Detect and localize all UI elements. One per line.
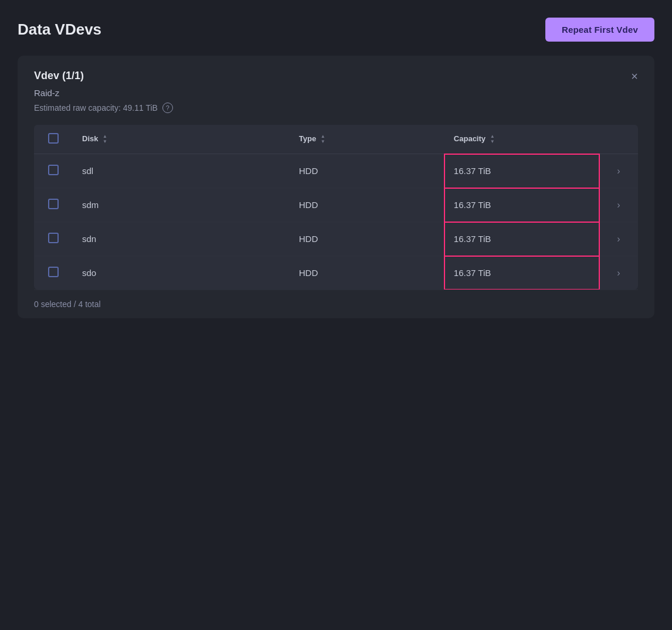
row-action-cell[interactable]: › — [599, 188, 638, 222]
row-checkbox-1[interactable] — [48, 165, 59, 175]
table-row: sdn HDD 16.37 TiB › — [34, 222, 638, 256]
help-icon[interactable]: ? — [162, 103, 173, 113]
disk-name-cell: sdn — [73, 222, 290, 256]
disk-sort-icon[interactable]: ▲▼ — [103, 134, 107, 144]
disk-capacity-cell: 16.37 TiB — [444, 256, 599, 290]
row-action-cell[interactable]: › — [599, 154, 638, 188]
row-checkbox-cell — [34, 222, 73, 256]
capacity-text: Estimated raw capacity: 49.11 TiB — [34, 103, 158, 113]
row-checkbox-cell — [34, 188, 73, 222]
select-all-checkbox[interactable] — [48, 133, 59, 144]
disk-capacity-cell: 16.37 TiB — [444, 188, 599, 222]
row-checkbox-cell — [34, 154, 73, 188]
page-title: Data VDevs — [18, 21, 101, 39]
disk-capacity-cell: 16.37 TiB — [444, 154, 599, 188]
disk-type-cell: HDD — [290, 188, 444, 222]
disk-type-cell: HDD — [290, 256, 444, 290]
disk-capacity-cell: 16.37 TiB — [444, 222, 599, 256]
capacity-column-header[interactable]: Capacity ▲▼ — [444, 125, 599, 154]
capacity-info: Estimated raw capacity: 49.11 TiB ? — [34, 103, 638, 113]
disk-type-cell: HDD — [290, 154, 444, 188]
row-checkbox-3[interactable] — [48, 233, 59, 243]
row-checkbox-4[interactable] — [48, 267, 59, 277]
vdev-card-header: Vdev (1/1) × — [34, 70, 638, 82]
row-action-cell[interactable]: › — [599, 222, 638, 256]
capacity-sort-icon[interactable]: ▲▼ — [490, 134, 495, 144]
page-header: Data VDevs Repeat First Vdev — [18, 18, 654, 42]
select-all-header[interactable] — [34, 125, 73, 154]
close-icon[interactable]: × — [631, 70, 638, 82]
disk-table: Disk ▲▼ Type ▲▼ Capacity — [34, 125, 638, 290]
row-action-cell[interactable]: › — [599, 256, 638, 290]
type-column-header[interactable]: Type ▲▼ — [290, 125, 444, 154]
disk-name-cell: sdo — [73, 256, 290, 290]
table-header-row: Disk ▲▼ Type ▲▼ Capacity — [34, 125, 638, 154]
disk-name-cell: sdl — [73, 154, 290, 188]
raid-type-label: Raid-z — [34, 88, 638, 98]
row-checkbox-2[interactable] — [48, 199, 59, 209]
disk-table-body: sdl HDD 16.37 TiB › sdm HDD 16.37 TiB › … — [34, 154, 638, 290]
table-row: sdl HDD 16.37 TiB › — [34, 154, 638, 188]
disk-table-wrapper: Disk ▲▼ Type ▲▼ Capacity — [34, 125, 638, 290]
disk-column-header[interactable]: Disk ▲▼ — [73, 125, 290, 154]
disk-type-cell: HDD — [290, 222, 444, 256]
action-column-header — [599, 125, 638, 154]
repeat-first-vdev-button[interactable]: Repeat First Vdev — [545, 18, 654, 42]
row-checkbox-cell — [34, 256, 73, 290]
table-row: sdo HDD 16.37 TiB › — [34, 256, 638, 290]
vdev-footer: 0 selected / 4 total — [34, 290, 638, 318]
vdev-card: Vdev (1/1) × Raid-z Estimated raw capaci… — [18, 56, 654, 318]
selection-count: 0 selected / 4 total — [34, 299, 101, 309]
disk-name-cell: sdm — [73, 188, 290, 222]
vdev-title: Vdev (1/1) — [34, 70, 84, 82]
table-row: sdm HDD 16.37 TiB › — [34, 188, 638, 222]
type-sort-icon[interactable]: ▲▼ — [321, 134, 325, 144]
